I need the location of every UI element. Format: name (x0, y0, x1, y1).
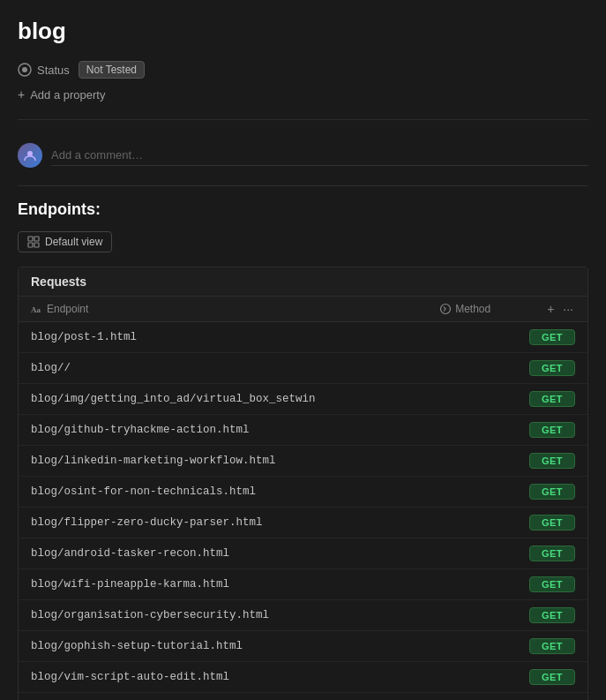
endpoint-cell: blog/organisation-cybersecurity.html (31, 609, 529, 621)
method-badge: GET (529, 515, 575, 531)
comment-row (18, 134, 588, 177)
table-row[interactable]: blog/flipper-zero-ducky-parser.html GET (19, 508, 587, 538)
method-badge: GET (529, 391, 575, 407)
status-label: Status (18, 63, 70, 77)
endpoint-cell: blog/github-tryhackme-action.html (31, 424, 529, 436)
table-row[interactable]: blog/android-tasker-recon.html GET (19, 538, 587, 569)
default-view-button[interactable]: Default view (18, 231, 112, 252)
requests-table: Requests Aa Endpoint Method + ··· (18, 267, 588, 700)
status-icon (18, 63, 32, 77)
comment-input[interactable] (51, 145, 588, 166)
table-row[interactable]: blog/create-arch-iso.html GET (19, 693, 587, 700)
endpoint-cell: blog/img/getting_into_ad/virtual_box_set… (31, 393, 529, 405)
col-actions-header: + ··· (545, 302, 575, 316)
method-badge: GET (529, 576, 575, 592)
endpoint-cell: blog/gophish-setup-tutorial.html (31, 640, 529, 652)
method-badge: GET (529, 546, 575, 561)
status-row: Status Not Tested (18, 61, 588, 79)
table-row[interactable]: blog/github-tryhackme-action.html GET (19, 415, 587, 446)
table-row[interactable]: blog/img/getting_into_ad/virtual_box_set… (19, 384, 587, 415)
method-badge: GET (529, 453, 575, 469)
method-badge: GET (529, 484, 575, 500)
table-row[interactable]: blog// GET (19, 353, 587, 384)
endpoint-col-label: Endpoint (47, 303, 88, 315)
method-badge: GET (529, 607, 575, 623)
endpoint-cell: blog/osint-for-non-technicals.html (31, 485, 529, 498)
add-property-label: Add a property (30, 88, 105, 102)
more-options-button[interactable]: ··· (561, 302, 575, 316)
column-headers: Aa Endpoint Method + ··· (19, 297, 587, 322)
col-method-header: Method (439, 303, 545, 315)
svg-rect-5 (28, 243, 33, 247)
divider-1 (18, 119, 588, 120)
divider-2 (18, 185, 588, 186)
add-property-button[interactable]: + Add a property (18, 87, 588, 102)
table-row[interactable]: blog/post-1.html GET (19, 322, 587, 353)
text-size-icon: Aa (31, 303, 43, 315)
add-column-button[interactable]: + (545, 302, 556, 316)
svg-rect-4 (34, 237, 39, 241)
status-text: Status (37, 64, 70, 77)
grid-icon (27, 236, 40, 248)
endpoints-title: Endpoints: (18, 200, 588, 219)
table-row[interactable]: blog/gophish-setup-tutorial.html GET (19, 631, 587, 662)
status-badge: Not Tested (79, 61, 145, 79)
method-badge: GET (529, 638, 575, 654)
endpoint-cell: blog/android-tasker-recon.html (31, 547, 529, 560)
method-badge: GET (529, 422, 575, 438)
svg-point-2 (27, 151, 33, 156)
table-row[interactable]: blog/wifi-pineapple-karma.html GET (19, 569, 587, 600)
svg-text:Aa: Aa (31, 305, 41, 314)
endpoint-cell: blog/vim-script-auto-edit.html (31, 671, 529, 683)
table-row[interactable]: blog/osint-for-non-technicals.html GET (19, 477, 587, 508)
method-badge: GET (529, 669, 575, 685)
svg-rect-6 (34, 243, 39, 247)
view-button-label: Default view (45, 236, 102, 248)
table-row[interactable]: blog/vim-script-auto-edit.html GET (19, 662, 587, 693)
table-rows-container: blog/post-1.html GET blog// GET blog/img… (19, 322, 587, 700)
plus-icon: + (18, 87, 25, 102)
col-endpoint-header: Aa Endpoint (31, 303, 439, 315)
method-badge: GET (529, 360, 575, 376)
svg-rect-3 (28, 237, 33, 241)
method-icon (439, 303, 452, 315)
endpoint-cell: blog/linkedin-marketing-workflow.html (31, 455, 529, 467)
table-header-bar: Requests (19, 267, 587, 297)
method-badge: GET (529, 329, 575, 345)
avatar (18, 143, 42, 168)
endpoint-cell: blog/wifi-pineapple-karma.html (31, 578, 529, 591)
endpoint-cell: blog/post-1.html (31, 331, 529, 343)
method-col-label: Method (455, 303, 490, 315)
endpoint-cell: blog// (31, 362, 529, 374)
requests-title: Requests (31, 275, 575, 289)
table-row[interactable]: blog/organisation-cybersecurity.html GET (19, 600, 587, 631)
svg-point-1 (22, 67, 27, 72)
table-row[interactable]: blog/linkedin-marketing-workflow.html GE… (19, 446, 587, 477)
page-title: blog (18, 18, 588, 45)
endpoint-cell: blog/flipper-zero-ducky-parser.html (31, 516, 529, 529)
